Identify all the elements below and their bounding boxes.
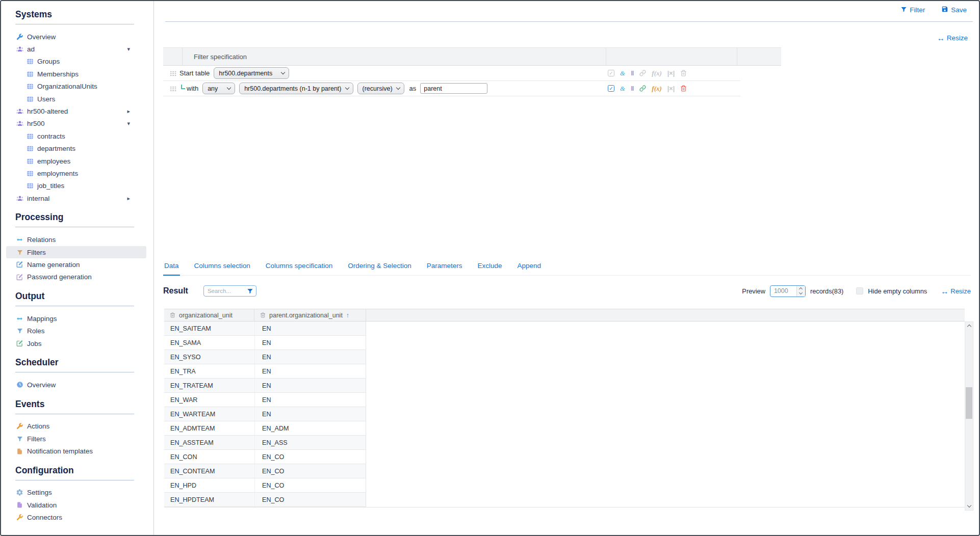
sidebar-item-internal[interactable]: internal▸ xyxy=(1,192,153,204)
link-icon[interactable] xyxy=(639,85,646,92)
sidebar-item-notification-templates[interactable]: Notification templates xyxy=(1,445,153,457)
sidebar-item-memberships[interactable]: Memberships xyxy=(1,68,153,80)
sidebar-item-jobs[interactable]: Jobs xyxy=(1,337,153,350)
sidebar-item-employees[interactable]: employees xyxy=(1,155,153,167)
enabled-checkbox[interactable]: ✓ xyxy=(608,85,614,92)
sidebar-item-employments[interactable]: employments xyxy=(1,167,153,179)
scroll-down-button[interactable] xyxy=(965,501,973,510)
table-row[interactable]: EN_SYSOEN xyxy=(164,350,366,364)
sidebar-item-password-generation[interactable]: Password generation xyxy=(1,271,153,283)
sidebar-item-groups[interactable]: Groups xyxy=(1,56,153,68)
sidebar-item-contracts[interactable]: contracts xyxy=(1,130,153,142)
sidebar-item-departments[interactable]: departments xyxy=(1,143,153,155)
sidebar-item-job-titles[interactable]: job_titles xyxy=(1,180,153,192)
caret-down-icon[interactable]: ▾ xyxy=(127,46,130,52)
sidebar-item-roles[interactable]: Roles xyxy=(1,325,153,337)
parallel-icon[interactable]: ‖ xyxy=(631,70,634,77)
drag-handle-icon[interactable] xyxy=(170,86,176,91)
sidebar-item-label: Groups xyxy=(37,58,60,65)
tab-parameters[interactable]: Parameters xyxy=(426,262,463,275)
preview-count-field[interactable] xyxy=(770,287,792,294)
table-row[interactable]: EN_ASSTEAMEN_ASS xyxy=(164,436,366,450)
table-row[interactable]: EN_ADMTEAMEN_ADM xyxy=(164,421,366,436)
column-header-parent-organizational-unit[interactable]: parent.organizational_unit↑ xyxy=(254,309,366,321)
sidebar-item-actions[interactable]: Actions xyxy=(1,420,153,433)
and-icon[interactable]: & xyxy=(620,69,625,77)
filter-button[interactable]: Filter xyxy=(900,6,925,14)
mode-select[interactable]: (recursive) xyxy=(357,83,404,94)
tab-ordering-selection[interactable]: Ordering & Selection xyxy=(347,262,412,275)
caret-right-icon[interactable]: ▸ xyxy=(127,195,130,202)
cell-organizational-unit: EN_SAMA xyxy=(164,339,254,346)
save-button[interactable]: Save xyxy=(941,6,967,14)
table-row[interactable]: EN_TRATEAMEN xyxy=(164,379,366,393)
cell-organizational-unit: EN_ASSTEAM xyxy=(164,439,254,446)
sidebar-item-hr500[interactable]: hr500▾ xyxy=(1,118,153,130)
delete-column-icon[interactable] xyxy=(260,312,266,318)
table-row[interactable]: EN_HPDTEAMEN_CO xyxy=(164,493,366,507)
spinner-up-icon[interactable] xyxy=(799,287,803,291)
vertical-scrollbar[interactable] xyxy=(965,321,973,511)
sidebar-item-users[interactable]: Users xyxy=(1,93,153,105)
caret-down-icon[interactable]: ▾ xyxy=(127,120,130,127)
sidebar-item-organizationalunits[interactable]: OrganizationalUnits xyxy=(1,81,153,93)
row-actions: ✓&‖f(x)|×| xyxy=(608,66,687,81)
alias-input[interactable] xyxy=(420,83,487,94)
table-row[interactable]: EN_SAITEAMEN xyxy=(164,321,366,336)
exclude-icon[interactable]: |×| xyxy=(667,70,675,77)
tab-columns-specification[interactable]: Columns specification xyxy=(265,262,333,275)
and-icon[interactable]: & xyxy=(620,85,625,93)
parallel-icon[interactable]: ‖ xyxy=(631,85,634,92)
enabled-checkbox[interactable]: ✓ xyxy=(608,70,614,76)
tab-columns-selection[interactable]: Columns selection xyxy=(193,262,251,275)
delete-icon[interactable] xyxy=(680,85,687,92)
spinner-buttons[interactable] xyxy=(796,286,805,297)
sidebar-item-name-generation[interactable]: Name generation xyxy=(1,258,153,271)
delete-icon[interactable] xyxy=(680,70,687,76)
search-input[interactable] xyxy=(208,288,242,294)
column-header-organizational-unit[interactable]: organizational_unit xyxy=(164,309,254,321)
function-icon[interactable]: f(x) xyxy=(652,69,662,77)
table-row[interactable]: EN_CONTEAMEN_CO xyxy=(164,464,366,478)
sidebar-item-validation[interactable]: Validation xyxy=(1,499,153,511)
sidebar-item-hr500-altered[interactable]: hr500-altered▸ xyxy=(1,105,153,117)
caret-right-icon[interactable]: ▸ xyxy=(127,108,130,115)
scrollbar-thumb[interactable] xyxy=(966,387,972,419)
delete-column-icon[interactable] xyxy=(170,312,175,318)
result-table-body: EN_SAITEAMENEN_SAMAENEN_SYSOENEN_TRAENEN… xyxy=(164,321,366,507)
topbar: Filter Save xyxy=(900,6,967,14)
table-row[interactable]: EN_HPDEN_CO xyxy=(164,478,366,493)
table-row[interactable]: EN_SAMAEN xyxy=(164,336,366,350)
resize-button-result[interactable]: ↔ Resize xyxy=(941,287,971,296)
drag-handle-icon[interactable] xyxy=(170,71,176,76)
sidebar-item-overview[interactable]: Overview xyxy=(1,379,153,391)
table-row[interactable]: EN_WARTEAMEN xyxy=(164,407,366,421)
cell-parent-organizational-unit: EN xyxy=(254,321,366,335)
sidebar-item-settings[interactable]: Settings xyxy=(1,487,153,499)
preview-label: Preview xyxy=(742,287,765,295)
table-row[interactable]: EN_WAREN xyxy=(164,393,366,407)
sidebar-item-filters[interactable]: Filters xyxy=(6,246,146,258)
sidebar-item-overview[interactable]: Overview xyxy=(1,31,153,43)
link-icon[interactable] xyxy=(639,70,646,76)
sidebar-item-filters[interactable]: Filters xyxy=(1,433,153,445)
sidebar-item-relations[interactable]: Relations xyxy=(1,233,153,246)
search-filter-icon[interactable] xyxy=(247,288,253,294)
quantifier-select[interactable]: any xyxy=(202,83,235,94)
exclude-icon[interactable]: |×| xyxy=(667,85,675,92)
resize-button-top[interactable]: ↔ Resize xyxy=(937,34,968,42)
table-row[interactable]: EN_CONEN_CO xyxy=(164,450,366,464)
relation-select[interactable]: hr500.departments (n-1 by parent) xyxy=(239,83,353,94)
table-row[interactable]: EN_TRAEN xyxy=(164,364,366,379)
spinner-down-icon[interactable] xyxy=(799,291,803,294)
sidebar-item-connectors[interactable]: Connectors xyxy=(1,512,153,524)
tab-data[interactable]: Data xyxy=(163,262,180,276)
sidebar-item-mappings[interactable]: Mappings xyxy=(1,312,153,325)
start-table-select[interactable]: hr500.departments xyxy=(214,67,289,79)
sidebar-item-ad[interactable]: ad▾ xyxy=(1,43,153,55)
scroll-up-button[interactable] xyxy=(965,323,973,331)
tab-exclude[interactable]: Exclude xyxy=(477,262,503,275)
tab-append[interactable]: Append xyxy=(517,262,543,275)
hide-empty-checkbox[interactable] xyxy=(856,287,863,294)
function-icon[interactable]: f(x) xyxy=(652,85,662,93)
